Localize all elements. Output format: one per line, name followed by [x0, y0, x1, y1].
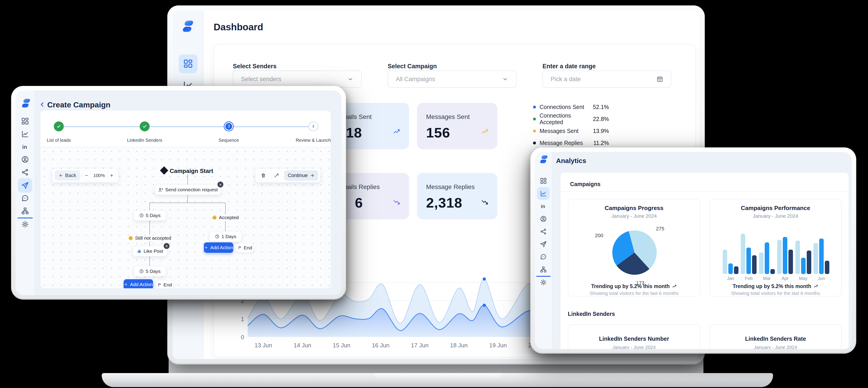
gear-icon[interactable] [540, 279, 547, 286]
dashboard-grid-icon[interactable] [540, 178, 547, 184]
bar-month-label: Jun [813, 276, 829, 281]
flow-node-like-post[interactable]: Like Post [133, 246, 167, 257]
x-tick: 17 Jun [406, 342, 433, 349]
add-action-button[interactable]: Add Action [124, 279, 153, 289]
window-title: Create Campaign [47, 100, 111, 109]
sidebar-item-analytics[interactable] [537, 187, 550, 200]
bar-series-blue [765, 242, 769, 274]
canvas-toolbar-left: Back 100% [52, 169, 118, 182]
remove-node-button[interactable]: ✕ [217, 182, 223, 187]
plus-icon [124, 282, 128, 287]
end-button[interactable]: End [156, 280, 174, 289]
step-label: Sequence [199, 138, 258, 143]
legend-label: Message Replies [539, 140, 583, 146]
trash-icon [261, 173, 266, 178]
legend-value: 13.9% [593, 128, 609, 134]
chevron-down-icon [502, 76, 508, 82]
select-senders-placeholder: Select senders [241, 76, 281, 83]
chat-bubble-icon[interactable] [540, 253, 547, 260]
select-campaign-label: Select Campaign [388, 63, 437, 70]
linkedin-icon[interactable] [540, 203, 547, 210]
window-title: Analytics [556, 157, 586, 165]
laptop-trackpad-notch [374, 373, 501, 379]
metrics-legend: Connections Sent 52.1% Connections Accep… [533, 103, 609, 151]
share-network-icon[interactable] [540, 228, 547, 235]
contacts-user-icon[interactable] [21, 155, 29, 163]
step-2-done[interactable] [140, 121, 150, 131]
trend-up-icon [393, 128, 401, 136]
bar-group-may [796, 241, 811, 274]
gear-icon[interactable] [21, 220, 29, 228]
bar-series-navy [734, 266, 739, 274]
connector [149, 241, 150, 246]
remove-node-button[interactable]: ✕ [164, 243, 169, 249]
flow-condition-label: Accepted [219, 215, 239, 220]
flow-node-wait-5-days[interactable]: 5 Days [134, 266, 166, 276]
sidebar-item-dashboard[interactable] [179, 54, 197, 73]
date-range-input[interactable]: Pick a date [542, 70, 671, 88]
legend-dot [533, 106, 536, 109]
analytics-window: Analytics Campaigns Campaigns Progress J… [530, 147, 856, 354]
paper-plane-icon[interactable] [540, 241, 547, 247]
arrow-right-icon [310, 173, 314, 178]
org-tree-icon[interactable] [540, 266, 547, 273]
select-campaign-dropdown[interactable]: All Campaigns [388, 70, 517, 88]
bar-series-navy [770, 269, 775, 274]
trend-down-icon [393, 198, 401, 206]
legend-value: 22.8% [593, 116, 609, 122]
analytics-content: Analytics Campaigns Campaigns Progress J… [535, 152, 852, 349]
flow-condition-label: Still not accepted [135, 235, 171, 241]
continue-button[interactable]: Continue [284, 170, 318, 181]
stat-value: 518 [338, 125, 400, 141]
zoom-in-button[interactable] [107, 170, 116, 181]
campaigns-performance-card: Campaigns Performance January - June 202… [709, 199, 842, 296]
zoom-out-button[interactable] [83, 170, 91, 181]
dashboard-grid-icon[interactable] [21, 117, 29, 125]
clock-icon [215, 234, 219, 239]
add-action-label: Add Action [130, 282, 153, 287]
sidebar-item-campaigns[interactable] [18, 178, 32, 192]
connector [149, 203, 150, 210]
x-tick: 19 Jun [485, 342, 512, 349]
step-1-done[interactable] [54, 121, 64, 131]
person-plus-icon [158, 187, 163, 192]
legend-row: Connections Accepted 22.8% [533, 116, 609, 122]
select-senders-dropdown[interactable]: Select senders [233, 70, 362, 88]
flow-node-wait-1-day[interactable]: 1 Days [210, 231, 242, 242]
paper-plane-icon [21, 182, 29, 189]
check-icon [56, 124, 61, 129]
analytics-chart-icon[interactable] [21, 130, 29, 138]
legend-dot [533, 142, 536, 145]
delete-button[interactable] [258, 170, 269, 181]
bar-series-blue [801, 258, 806, 274]
chat-bubble-icon[interactable] [21, 195, 29, 202]
linkedin-icon[interactable] [21, 143, 29, 151]
app-logo-icon [180, 20, 194, 33]
connector [225, 203, 225, 214]
bar-month-label: Jan [723, 276, 739, 281]
share-network-icon[interactable] [21, 169, 29, 176]
contacts-user-icon[interactable] [540, 215, 547, 222]
magic-wand-button[interactable] [271, 170, 282, 181]
bar-group-mar [759, 242, 775, 274]
step-4-todo[interactable]: 4 [308, 121, 318, 131]
legend-dot [533, 118, 536, 121]
legend-dot [533, 129, 536, 132]
flow-node-connection-request[interactable]: Send connection request [155, 184, 221, 195]
org-tree-icon[interactable] [21, 207, 29, 215]
add-action-button[interactable]: Add Action [204, 242, 233, 253]
bar-month-label: May [796, 276, 811, 281]
bar-series-light [777, 240, 782, 274]
plus-icon [110, 173, 114, 178]
stat-card-message-replies: Message Replies 2,318 [417, 173, 497, 219]
clock-icon [139, 269, 144, 274]
bar-month-label: Mar [759, 276, 775, 281]
check-icon [142, 124, 147, 129]
back-button[interactable]: Back [55, 170, 80, 181]
flow-node-wait-5-days[interactable]: 5 Days [134, 210, 166, 221]
back-chevron-icon[interactable] [39, 101, 45, 108]
end-button[interactable]: End [236, 243, 254, 252]
legend-label: Connections Accepted [539, 112, 593, 125]
create-campaign-sidebar [16, 90, 35, 295]
step-3-active[interactable]: 3 [224, 121, 234, 131]
